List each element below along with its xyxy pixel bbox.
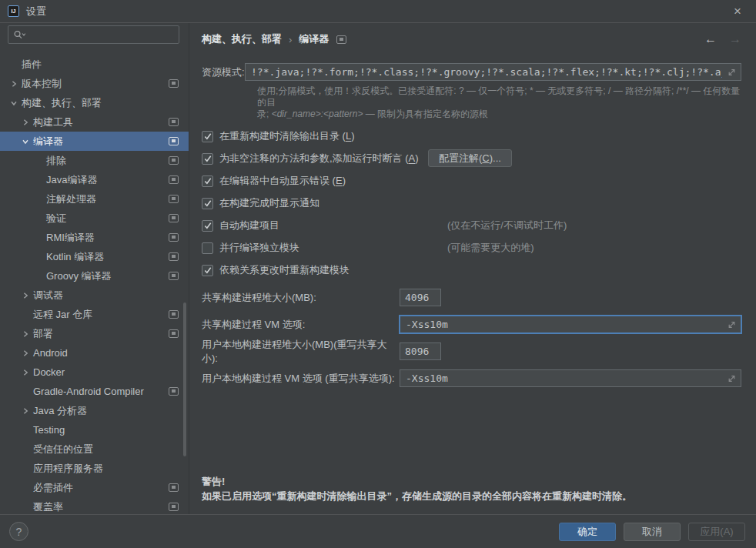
breadcrumb-parent[interactable]: 构建、执行、部署 (202, 32, 282, 46)
sidebar-item-13[interactable]: 远程 Jar 仓库 (0, 305, 189, 324)
sidebar-item-6[interactable]: Java编译器 (0, 170, 189, 189)
sidebar-item-14[interactable]: 部署 (0, 324, 189, 343)
checkbox-row-4: 自动构建项目(仅在不运行/不调试时工作) (202, 218, 741, 233)
checkbox[interactable] (202, 220, 213, 232)
checkbox-label: 依赖关系更改时重新构建模块 (219, 263, 350, 277)
help-line-2: 录; <dir_name>:<pattern> — 限制为具有指定名称的源根 (257, 109, 741, 120)
field-row-2: 用户本地构建进程堆大小(MB)(重写共享大小): (202, 342, 741, 361)
back-icon: ← (704, 32, 717, 45)
vm-options-input[interactable] (400, 316, 741, 333)
vm-options-input[interactable] (400, 369, 741, 387)
sidebar-item-label: RMI编译器 (46, 231, 95, 245)
sidebar-scrollbar[interactable] (183, 302, 186, 456)
checkbox-row-1: 为非空注释的方法和参数,添加运行时断言 (A)配置注解(C)... (202, 151, 741, 166)
checkbox[interactable] (202, 265, 213, 276)
sidebar-item-20[interactable]: 受信任的位置 (0, 439, 189, 459)
back-button[interactable]: ← (704, 32, 717, 46)
breadcrumb-current: 编译器 (299, 32, 329, 46)
chevron-spacer (22, 482, 33, 493)
checkbox-label-text: 依赖关系更改时重新构建模块 (219, 264, 350, 276)
expand-icon[interactable] (728, 68, 736, 76)
sidebar-item-17[interactable]: Gradle-Android Compiler (0, 382, 189, 401)
sidebar-item-15[interactable]: Android (0, 343, 189, 363)
expand-icon[interactable] (728, 374, 736, 383)
cancel-button[interactable]: 取消 (624, 523, 681, 541)
expand-icon[interactable] (728, 320, 736, 329)
checkbox[interactable] (202, 153, 213, 165)
field-row-3: 用户本地构建过程 VM 选项 (重写共享选项): (202, 369, 741, 388)
checkbox-label-text: 在重新构建时清除输出目录 ( (219, 130, 346, 142)
sidebar-item-label: 部署 (33, 327, 53, 341)
chevron-down-icon[interactable] (22, 135, 33, 147)
help-button[interactable]: ? (9, 522, 28, 541)
checkbox[interactable] (202, 198, 213, 209)
search-input[interactable] (28, 29, 174, 41)
close-button[interactable]: × (727, 5, 748, 18)
sidebar-item-label: Testing (33, 424, 65, 436)
heap-size-input[interactable] (400, 342, 441, 360)
sidebar-item-label: 构建、执行、部署 (22, 96, 102, 110)
sidebar-item-10[interactable]: Kotlin 编译器 (0, 247, 189, 266)
sidebar-item-23[interactable]: 覆盖率 (0, 497, 189, 514)
field-label: 共享构建进程堆大小(MB): (202, 291, 400, 305)
intellij-logo-icon: IJ (8, 5, 19, 17)
input-wrap (400, 316, 741, 333)
chevron-spacer (35, 155, 46, 166)
sidebar-item-12[interactable]: 调试器 (0, 286, 189, 305)
sidebar-item-9[interactable]: RMI编译器 (0, 228, 189, 247)
sidebar-item-3[interactable]: 构建工具 (0, 112, 189, 132)
checkbox-label-text: 并行编译独立模块 (219, 242, 299, 253)
per-project-icon (169, 175, 179, 184)
forward-button[interactable]: → (729, 32, 741, 46)
sidebar-item-8[interactable]: 验证 (0, 209, 189, 228)
sidebar-item-16[interactable]: Docker (0, 363, 189, 382)
sidebar-item-label: 编译器 (33, 135, 63, 149)
configure-annotations-button[interactable]: 配置注解(C)... (428, 149, 512, 167)
ok-button[interactable]: 确定 (559, 523, 616, 541)
sidebar-item-1[interactable]: 版本控制 (0, 74, 189, 93)
chevron-spacer (35, 232, 46, 243)
per-project-icon (169, 252, 179, 261)
sidebar-item-21[interactable]: 应用程序服务器 (0, 459, 189, 478)
sidebar-item-0[interactable]: 插件 (0, 55, 189, 74)
sidebar-item-4[interactable]: 编译器 (0, 132, 189, 151)
checkbox-comment: (仅在不运行/不调试时工作) (447, 219, 567, 232)
sidebar-item-22[interactable]: 必需插件 (0, 478, 189, 497)
sidebar-item-11[interactable]: Groovy 编译器 (0, 266, 189, 286)
resource-patterns-input[interactable] (245, 63, 741, 81)
sidebar-item-5[interactable]: 排除 (0, 151, 189, 170)
settings-search-box[interactable] (8, 25, 179, 44)
checkbox[interactable] (202, 131, 213, 142)
chevron-down-icon[interactable] (10, 97, 22, 109)
checkbox-label-text: ) (415, 152, 418, 164)
breadcrumb: 构建、执行、部署 › 编译器 ← → (202, 23, 741, 55)
sidebar-item-7[interactable]: 注解处理器 (0, 189, 189, 209)
per-project-icon (169, 503, 179, 511)
per-project-icon (169, 156, 179, 165)
heap-size-input[interactable] (400, 289, 441, 306)
help-line-1: 使用;分隔模式，使用！求反模式。已接受通配符: ? — 仅一个符号; * — 无… (257, 85, 740, 108)
sidebar-item-label: 注解处理器 (46, 192, 96, 206)
chevron-right-icon[interactable] (22, 366, 33, 378)
close-icon: × (734, 4, 741, 18)
apply-button[interactable]: 应用(A) (688, 523, 745, 541)
chevron-right-icon[interactable] (22, 116, 33, 128)
warning-block: 警告! 如果已启用选项“重新构建时清除输出目录”，存储生成源的目录的全部内容将在… (202, 474, 632, 503)
chevron-right-icon[interactable] (22, 347, 33, 359)
chevron-right-icon[interactable] (22, 328, 33, 339)
field-label: 用户本地构建进程堆大小(MB)(重写共享大小): (202, 338, 400, 366)
checkbox[interactable] (202, 242, 213, 254)
chevron-right-icon[interactable] (10, 78, 22, 89)
chevron-right-icon[interactable] (22, 405, 33, 416)
sidebar-item-18[interactable]: Java 分析器 (0, 401, 189, 420)
sidebar-item-2[interactable]: 构建、执行、部署 (0, 93, 189, 112)
sidebar-item-label: 远程 Jar 仓库 (33, 308, 92, 322)
chevron-right-icon[interactable] (22, 289, 33, 301)
sidebar-item-label: Docker (33, 366, 65, 378)
sidebar-item-19[interactable]: Testing (0, 420, 189, 439)
per-project-icon (169, 233, 179, 242)
checkbox[interactable] (202, 175, 213, 187)
per-project-icon (169, 329, 179, 338)
sidebar-tree: 插件版本控制构建、执行、部署构建工具编译器排除Java编译器注解处理器验证RMI… (0, 55, 189, 514)
warning-text: 如果已启用选项“重新构建时清除输出目录”，存储生成源的目录的全部内容将在重新构建… (202, 489, 632, 503)
